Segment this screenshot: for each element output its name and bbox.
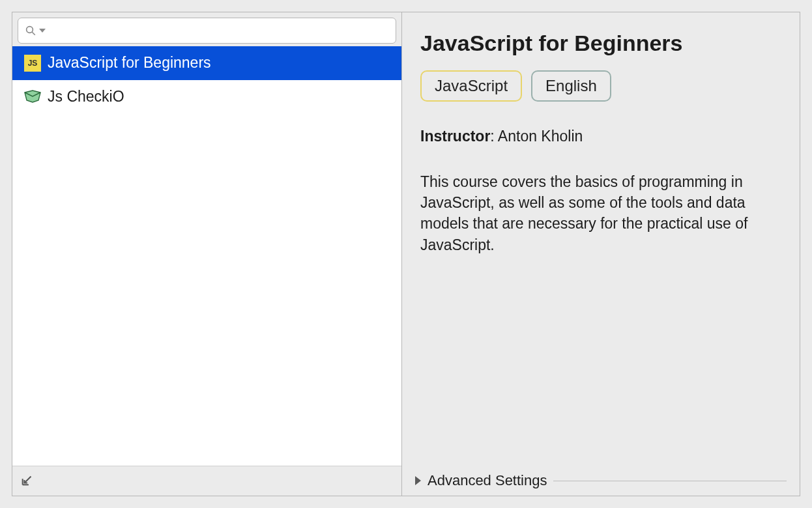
course-list-item-label: Js CheckiO xyxy=(48,88,124,106)
search-input[interactable] xyxy=(48,23,389,38)
course-list-item-label: JavaScript for Beginners xyxy=(48,54,211,72)
course-list-pane: JS JavaScript for Beginners Js CheckiO xyxy=(12,12,402,496)
course-browser-panel: JS JavaScript for Beginners Js CheckiO xyxy=(12,12,800,496)
course-details-pane: JavaScript for Beginners JavaScript Engl… xyxy=(402,12,800,496)
svg-point-0 xyxy=(27,27,33,33)
course-list-item[interactable]: JS JavaScript for Beginners xyxy=(12,46,401,80)
chevron-right-icon xyxy=(415,476,421,485)
course-title: JavaScript for Beginners xyxy=(420,31,781,56)
course-list-item[interactable]: Js CheckiO xyxy=(12,80,401,114)
search-icon xyxy=(25,25,36,36)
js-icon: JS xyxy=(24,55,41,72)
collapse-icon[interactable] xyxy=(20,473,35,490)
list-footer xyxy=(12,466,401,496)
tag-row: JavaScript English xyxy=(420,70,781,102)
separator-line xyxy=(553,481,787,481)
instructor-name: Anton Kholin xyxy=(498,128,583,145)
svg-line-1 xyxy=(32,32,35,35)
instructor-line: Instructor: Anton Kholin xyxy=(420,128,781,145)
locale-tag: English xyxy=(531,70,611,102)
chevron-down-icon xyxy=(39,27,46,34)
search-bar-container xyxy=(12,12,401,46)
language-tag: JavaScript xyxy=(420,70,522,102)
advanced-settings-toggle[interactable]: Advanced Settings xyxy=(415,472,787,489)
course-description: This course covers the basics of program… xyxy=(420,171,781,255)
checkio-icon xyxy=(24,90,41,103)
advanced-settings-label: Advanced Settings xyxy=(428,472,547,489)
course-list: JS JavaScript for Beginners Js CheckiO xyxy=(12,46,401,466)
instructor-label: Instructor xyxy=(420,128,490,145)
search-field[interactable] xyxy=(18,18,396,44)
